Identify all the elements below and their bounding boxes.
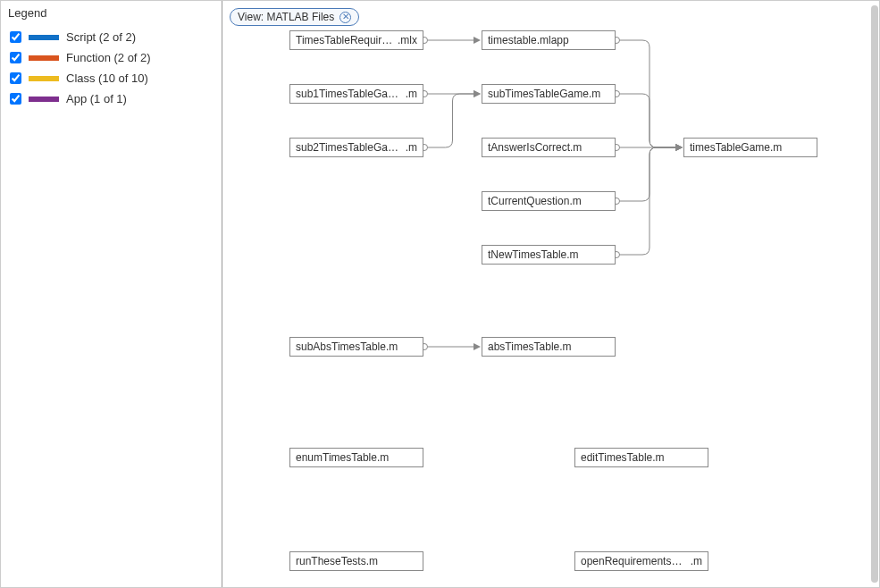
node-ext: .mlx: [398, 34, 417, 46]
legend-item-label: Function (2 of 2): [66, 51, 151, 64]
svg-marker-11: [675, 144, 683, 151]
dependency-graph-canvas[interactable]: View: MATLAB Files ✕ TimesTableRequir… .…: [222, 1, 879, 587]
node-label: enumTimesTable.m: [296, 451, 417, 464]
node-label: runTheseTests.m: [296, 555, 417, 567]
node-type-bar: [289, 138, 423, 139]
graph-node[interactable]: sub2TimesTableGa… .m: [289, 138, 423, 157]
node-ext: .m: [406, 88, 417, 100]
node-type-bar: [683, 138, 817, 139]
legend-item-label: App (1 of 1): [66, 92, 127, 105]
node-label: tNewTimesTable.m: [488, 248, 609, 261]
svg-marker-5: [474, 90, 481, 97]
graph-node[interactable]: enumTimesTable.m: [289, 448, 423, 467]
node-label: sub2TimesTableGa…: [296, 141, 402, 154]
legend-item-label: Script (2 of 2): [66, 30, 136, 44]
node-type-bar: [482, 337, 616, 338]
node-label: tAnswerIsCorrect.m: [488, 141, 609, 154]
node-label: tCurrentQuestion.m: [488, 195, 609, 207]
legend-item[interactable]: Script (2 of 2): [8, 27, 214, 47]
legend-checkbox[interactable]: [10, 93, 21, 105]
legend-item-label: Class (10 of 10): [66, 71, 148, 85]
legend-item[interactable]: Function (2 of 2): [8, 47, 214, 68]
scrollbar-vertical[interactable]: [871, 5, 878, 583]
view-filter-label: View: MATLAB Files: [238, 11, 334, 23]
graph-node[interactable]: openRequirements… .m: [574, 551, 708, 571]
node-ext: .m: [691, 555, 702, 567]
legend-checkbox[interactable]: [10, 31, 21, 43]
legend-checkbox[interactable]: [10, 72, 21, 84]
node-label: sub1TimesTableGa…: [296, 88, 402, 100]
node-ext: .m: [406, 141, 417, 154]
legend-title: Legend: [8, 4, 214, 21]
legend-color-swatch: [29, 97, 59, 102]
graph-node[interactable]: tCurrentQuestion.m: [482, 191, 616, 211]
node-type-bar: [574, 448, 708, 449]
svg-marker-17: [474, 343, 481, 350]
node-type-bar: [574, 551, 708, 552]
svg-marker-13: [675, 144, 683, 151]
legend-color-swatch: [29, 35, 59, 40]
graph-node[interactable]: runTheseTests.m: [289, 551, 423, 571]
node-type-bar: [289, 337, 423, 338]
app-container: Legend Script (2 of 2) Function (2 of 2)…: [0, 0, 880, 588]
legend-panel: Legend Script (2 of 2) Function (2 of 2)…: [1, 1, 222, 587]
close-icon[interactable]: ✕: [339, 12, 351, 23]
node-type-bar: [289, 30, 423, 31]
svg-marker-9: [675, 144, 683, 151]
svg-marker-7: [675, 144, 683, 151]
node-type-bar: [289, 448, 423, 449]
svg-marker-1: [474, 37, 481, 44]
node-type-bar: [482, 30, 616, 31]
legend-item[interactable]: Class (10 of 10): [8, 68, 214, 88]
legend-color-swatch: [29, 55, 59, 61]
graph-node[interactable]: subAbsTimesTable.m: [289, 337, 423, 357]
node-label: openRequirements…: [581, 555, 687, 567]
graph-node[interactable]: absTimesTable.m: [482, 337, 616, 357]
legend-item[interactable]: App (1 of 1): [8, 88, 214, 109]
legend-color-swatch: [29, 76, 59, 81]
node-type-bar: [482, 245, 616, 246]
graph-node[interactable]: timesTableGame.m: [683, 138, 817, 157]
graph-node[interactable]: tAnswerIsCorrect.m: [482, 138, 616, 157]
node-type-bar: [289, 84, 423, 85]
node-label: absTimesTable.m: [488, 340, 609, 353]
node-label: subTimesTableGame.m: [488, 88, 609, 100]
node-label: TimesTableRequir…: [296, 34, 394, 46]
node-label: timestable.mlapp: [488, 34, 609, 46]
node-type-bar: [289, 551, 423, 552]
node-label: subAbsTimesTable.m: [296, 340, 417, 353]
node-type-bar: [482, 138, 616, 139]
graph-node[interactable]: sub1TimesTableGa… .m: [289, 84, 423, 104]
view-filter-chip[interactable]: View: MATLAB Files ✕: [230, 8, 359, 26]
graph-node[interactable]: tNewTimesTable.m: [482, 245, 616, 265]
graph-node[interactable]: TimesTableRequir… .mlx: [289, 30, 423, 50]
graph-node[interactable]: editTimesTable.m: [574, 448, 708, 467]
legend-checkbox[interactable]: [10, 52, 21, 63]
node-type-bar: [482, 84, 616, 85]
svg-marker-3: [474, 90, 481, 97]
graph-node[interactable]: subTimesTableGame.m: [482, 84, 616, 104]
node-label: timesTableGame.m: [690, 141, 811, 154]
svg-marker-15: [675, 144, 683, 151]
graph-node[interactable]: timestable.mlapp: [482, 30, 616, 50]
node-type-bar: [482, 191, 616, 192]
node-label: editTimesTable.m: [581, 451, 702, 464]
